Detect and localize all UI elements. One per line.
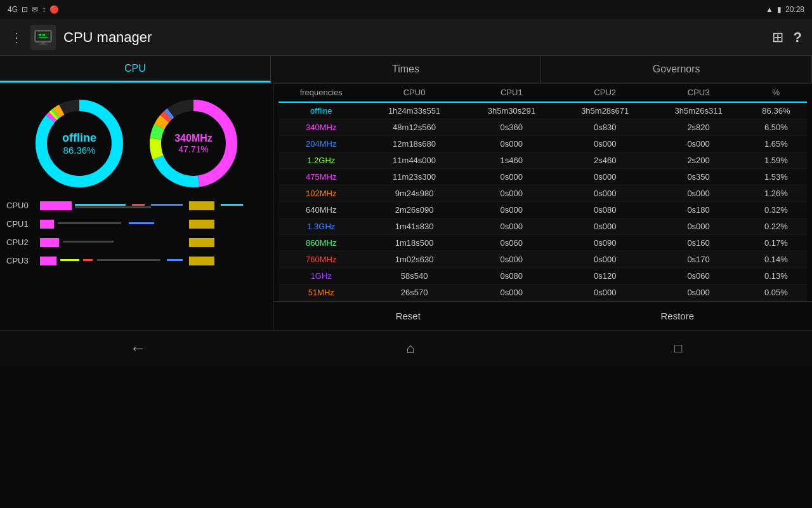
table-row: 204MHz 12m18s680 0s000 0s000 0s000 1.65% bbox=[278, 136, 807, 152]
cpu3-track bbox=[40, 257, 266, 265]
signal-icon: 4G bbox=[8, 5, 18, 14]
table-row: 475MHz 11m23s300 0s000 0s000 0s350 1.53% bbox=[278, 169, 807, 185]
left-panel: offline 86.36% bbox=[0, 84, 273, 330]
table-row: 860MHz 1m18s500 0s060 0s090 0s160 0.17% bbox=[278, 235, 807, 251]
tab-bar: CPU Times Governors bbox=[0, 56, 812, 84]
tab-times[interactable]: Times bbox=[271, 56, 542, 83]
app-bar-actions: ⊞ ? bbox=[772, 29, 802, 46]
cpu-bar-row-3: CPU3 bbox=[6, 256, 266, 265]
svg-rect-6 bbox=[41, 42, 45, 44]
reset-button[interactable]: Reset bbox=[273, 307, 543, 325]
svg-rect-5 bbox=[39, 37, 48, 37]
email-icon: ✉ bbox=[32, 5, 38, 14]
cpu0-label: CPU0 bbox=[6, 201, 35, 210]
settings-icon[interactable]: ⊞ bbox=[772, 29, 783, 46]
svg-rect-2 bbox=[37, 33, 49, 39]
table-row: 102MHz 9m24s980 0s000 0s000 0s000 1.26% bbox=[278, 185, 807, 202]
cpu-bar-row-2: CPU2 bbox=[6, 237, 266, 247]
app-title: CPU manager bbox=[63, 29, 772, 46]
table-row: 51MHz 26s570 0s000 0s000 0s000 0.05% bbox=[278, 284, 807, 301]
col-header-cpu1: CPU1 bbox=[465, 84, 558, 102]
col-header-pct: % bbox=[745, 84, 807, 102]
cpu3-label: CPU3 bbox=[6, 256, 35, 265]
app-icon bbox=[30, 25, 56, 50]
help-icon[interactable]: ? bbox=[794, 29, 802, 46]
back-button[interactable]: ← bbox=[130, 338, 147, 358]
table-row: 340MHz 48m12s560 0s360 0s830 2s820 6.50% bbox=[278, 119, 807, 136]
donut-offline: offline 86.36% bbox=[29, 93, 130, 194]
screenshot-icon: ⊡ bbox=[22, 5, 28, 14]
donut-freq: 340MHz 47.71% bbox=[143, 93, 244, 194]
app-bar: ⋮ CPU manager ⊞ ? bbox=[0, 19, 812, 56]
cpu2-track bbox=[40, 238, 266, 247]
col-header-freq: frequencies bbox=[278, 84, 364, 102]
table-row: offline 1h24m33s551 3h5m30s291 3h5m28s67… bbox=[278, 103, 807, 119]
cpu-bar-row-0: CPU0 bbox=[6, 201, 266, 210]
col-header-cpu2: CPU2 bbox=[558, 84, 652, 102]
cpu-bar-row-1: CPU1 bbox=[6, 219, 266, 229]
right-panel: frequencies CPU0 CPU1 CPU2 CPU3 % offlin… bbox=[273, 84, 812, 330]
main-content: offline 86.36% bbox=[0, 84, 812, 330]
cpu2-label: CPU2 bbox=[6, 237, 35, 247]
tab-cpu[interactable]: CPU bbox=[0, 56, 271, 83]
col-header-cpu0: CPU0 bbox=[364, 84, 465, 102]
restore-button[interactable]: Restore bbox=[543, 307, 813, 325]
freq-table: frequencies CPU0 CPU1 CPU2 CPU3 % offlin… bbox=[278, 84, 807, 301]
clock: 20:28 bbox=[785, 5, 804, 14]
wifi-icon: ▲ bbox=[766, 5, 773, 14]
table-row: 1GHz 58s540 0s080 0s120 0s060 0.13% bbox=[278, 268, 807, 284]
cpu1-track bbox=[40, 220, 266, 229]
battery-icon: ▮ bbox=[777, 5, 782, 14]
status-bar: 4G ⊡ ✉ ↕ 🔴 ▲ ▮ 20:28 bbox=[0, 0, 812, 19]
status-right-icons: ▲ ▮ 20:28 bbox=[766, 5, 804, 14]
sync-icon: ↕ bbox=[42, 5, 46, 14]
table-header-row: frequencies CPU0 CPU1 CPU2 CPU3 % bbox=[278, 84, 807, 102]
freq-table-area: frequencies CPU0 CPU1 CPU2 CPU3 % offlin… bbox=[273, 84, 812, 301]
cpu-bars: CPU0 CPU1 bbox=[6, 201, 266, 274]
cpu1-label: CPU1 bbox=[6, 219, 35, 229]
tab-governors[interactable]: Governors bbox=[541, 56, 812, 83]
table-row: 640MHz 2m26s090 0s000 0s080 0s180 0.32% bbox=[278, 202, 807, 218]
recents-button[interactable]: □ bbox=[674, 341, 682, 356]
table-buttons: Reset Restore bbox=[273, 301, 812, 330]
record-icon: 🔴 bbox=[49, 5, 59, 14]
svg-rect-3 bbox=[39, 34, 41, 36]
col-header-cpu3: CPU3 bbox=[652, 84, 745, 102]
donut-freq-label: 340MHz 47.71% bbox=[174, 133, 213, 154]
table-row: 760MHz 1m02s630 0s000 0s000 0s170 0.14% bbox=[278, 251, 807, 268]
table-row: 1.3GHz 1m41s830 0s000 0s000 0s000 0.22% bbox=[278, 218, 807, 235]
menu-button[interactable]: ⋮ bbox=[10, 30, 23, 45]
nav-bar: ← ⌂ □ bbox=[0, 330, 812, 366]
donut-offline-label: offline 86.36% bbox=[62, 131, 96, 156]
home-button[interactable]: ⌂ bbox=[406, 340, 414, 357]
status-left-icons: 4G ⊡ ✉ ↕ 🔴 bbox=[8, 5, 59, 14]
table-row: 1.2GHz 11m44s000 1s460 2s460 2s200 1.59% bbox=[278, 152, 807, 169]
svg-rect-7 bbox=[39, 44, 48, 44]
cpu0-track bbox=[40, 201, 266, 210]
svg-rect-4 bbox=[43, 34, 45, 36]
